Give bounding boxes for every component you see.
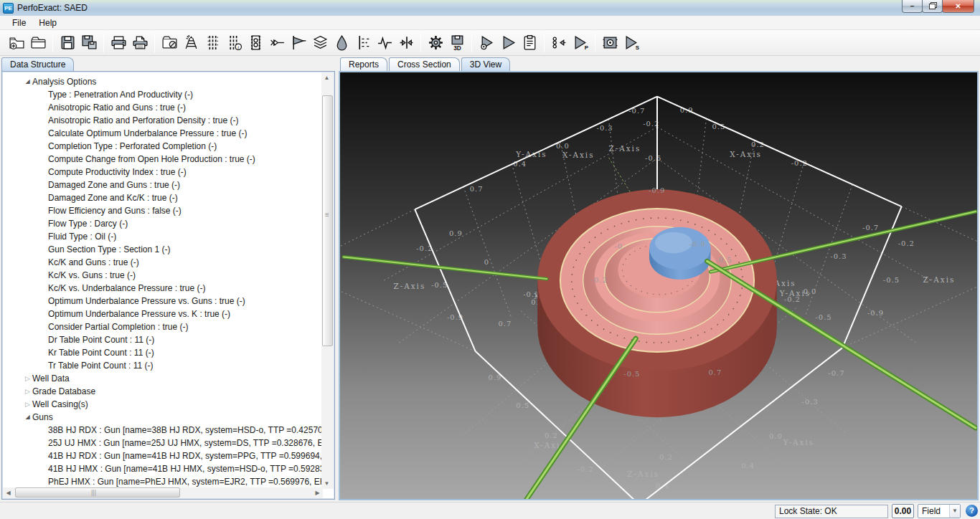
- well-derrick-icon: [183, 34, 199, 51]
- tree-item[interactable]: Kr Table Point Count : 11 (-): [3, 346, 323, 359]
- new-project-button[interactable]: [6, 32, 27, 54]
- tree-item[interactable]: Flow Efficiency and Guns : false (-): [3, 204, 323, 217]
- tree-item[interactable]: Tr Table Point Count : 11 (-): [3, 359, 323, 372]
- scroll-left-icon[interactable]: ◀: [3, 487, 14, 498]
- tree-item[interactable]: Anisotropic Ratio and Guns : true (-): [3, 101, 323, 114]
- tree-item[interactable]: Fluid Type : Oil (-): [3, 230, 323, 243]
- tree-item[interactable]: Kc/K vs. Guns : true (-): [3, 269, 323, 282]
- field-unit-combobox[interactable]: Field ▼: [918, 504, 961, 518]
- tree-spacer: [39, 230, 48, 243]
- tree-item[interactable]: Dr Table Point Count : 11 (-): [3, 333, 323, 346]
- print-preview-button[interactable]: [129, 32, 151, 54]
- tree-expander-icon[interactable]: ▷: [23, 385, 32, 398]
- perforation-button[interactable]: [352, 32, 374, 54]
- save-3d-icon: 3D: [449, 34, 466, 51]
- run-analysis-button[interactable]: [476, 32, 497, 54]
- perf-flag-button[interactable]: [288, 32, 309, 54]
- menu-file[interactable]: File: [6, 16, 32, 29]
- vertical-scroll-thumb[interactable]: [322, 95, 333, 346]
- fluid-droplet-button[interactable]: [331, 32, 352, 54]
- pressure-wave-button[interactable]: [374, 32, 395, 54]
- tree-item[interactable]: Flow Type : Darcy (-): [3, 217, 323, 230]
- tree-item[interactable]: Damaged Zone and Guns : true (-): [3, 178, 323, 191]
- tree-item[interactable]: ▷Well Casing(s): [3, 398, 323, 411]
- gun-section-button[interactable]: [245, 32, 266, 54]
- settings-gear-button[interactable]: [425, 32, 446, 54]
- tab-cross-section[interactable]: Cross Section: [389, 57, 460, 71]
- tick-label: 0.0: [769, 432, 783, 440]
- tree-item[interactable]: ▷Grade Database: [3, 385, 323, 398]
- tree-item-label: Anisotropic Ratio and Guns : true (-): [48, 101, 186, 114]
- 3d-viewport[interactable]: -0.70.9-0.3-0.20.50.0-0.50.2-0.20.40.70.…: [339, 71, 979, 500]
- tick-label: -0.3: [830, 252, 847, 260]
- restore-button[interactable]: [922, 0, 943, 13]
- tree-item[interactable]: Optimum Underbalance Pressure vs. Guns :…: [3, 295, 323, 308]
- tab-reports[interactable]: Reports: [340, 57, 387, 71]
- run-penetration-button[interactable]: P: [570, 32, 591, 54]
- tree-item[interactable]: Gun Section Type : Section 1 (-): [3, 243, 323, 256]
- gun-import-button[interactable]: [548, 32, 570, 54]
- edit-data-button[interactable]: [159, 32, 180, 54]
- tree-expander-icon[interactable]: ◢: [23, 75, 32, 88]
- save-3d-button[interactable]: 3D: [446, 32, 468, 54]
- menu-help[interactable]: Help: [32, 16, 63, 29]
- tree-item[interactable]: Calculate Optimum Underbalance Pressure …: [3, 127, 323, 140]
- collide-arrows-button[interactable]: [395, 32, 417, 54]
- tree-item[interactable]: ◢Analysis Options: [3, 75, 323, 88]
- tree-item-label: 41B HJ HMX : Gun [name=41B HJ HMX, syste…: [48, 462, 323, 475]
- vertical-scrollbar[interactable]: ▲ ▼: [321, 72, 334, 489]
- tree-item[interactable]: Completion Type : Perforated Completion …: [3, 140, 323, 153]
- tree-item[interactable]: Optimum Underbalance Pressure vs. K : tr…: [3, 308, 323, 320]
- run-button[interactable]: [497, 32, 519, 54]
- tree-item[interactable]: ▷Well Data: [3, 372, 323, 385]
- gun-settings-button[interactable]: [599, 32, 621, 54]
- tree-item[interactable]: PhEJ HMX : Gun [name=PhEJ HMX, system=EJ…: [3, 475, 323, 488]
- target-left-button[interactable]: [266, 32, 288, 54]
- tab-3d-view[interactable]: 3D View: [461, 57, 510, 71]
- gun-string-info-button[interactable]: i: [223, 32, 245, 54]
- help-button[interactable]: ?: [966, 505, 978, 517]
- scroll-up-icon[interactable]: ▲: [321, 72, 332, 83]
- tree-item[interactable]: ◢Guns: [3, 411, 323, 424]
- save-icon: [60, 34, 76, 51]
- tree-item[interactable]: Kc/K vs. Underbalance Pressure : true (-…: [3, 282, 323, 295]
- open-project-button[interactable]: [27, 32, 49, 54]
- layers-button[interactable]: [309, 32, 331, 54]
- well-derrick-button[interactable]: [180, 32, 202, 54]
- tree-item[interactable]: Compute Change from Open Hole Production…: [3, 153, 323, 166]
- save-button[interactable]: [57, 32, 78, 54]
- svg-text:S: S: [635, 44, 639, 51]
- tree-item[interactable]: Compute Productivity Index : true (-): [3, 166, 323, 178]
- scroll-down-icon[interactable]: ▼: [321, 478, 332, 489]
- tree-item[interactable]: Anisotropic Ratio and Perforation Densit…: [3, 114, 323, 127]
- tree-spacer: [39, 204, 48, 217]
- chevron-down-icon[interactable]: ▼: [949, 505, 960, 518]
- tree-expander-icon[interactable]: ▷: [23, 372, 32, 385]
- tick-label: 0.7: [709, 368, 722, 376]
- report-clipboard-button[interactable]: [519, 32, 540, 54]
- tree-spacer: [39, 140, 48, 153]
- tree-spacer: [39, 346, 48, 359]
- tab-data-structure[interactable]: Data Structure: [1, 57, 74, 71]
- tree-item[interactable]: Type : Penetration And Productivity (-): [3, 88, 323, 101]
- minimize-button[interactable]: –: [902, 0, 923, 13]
- scroll-right-icon[interactable]: ▶: [312, 487, 323, 498]
- print-button[interactable]: [108, 32, 129, 54]
- horizontal-scroll-thumb[interactable]: [15, 487, 180, 497]
- save-as-button[interactable]: [78, 32, 100, 54]
- tree-item[interactable]: Damaged Zone and Kc/K : true (-): [3, 191, 323, 204]
- tree-item[interactable]: 38B HJ RDX : Gun [name=38B HJ RDX, syste…: [3, 424, 323, 437]
- tree-spacer: [39, 153, 48, 166]
- tree-expander-icon[interactable]: ▷: [23, 398, 32, 411]
- gun-string-button[interactable]: [202, 32, 223, 54]
- horizontal-scrollbar[interactable]: ◀ ▶: [3, 487, 323, 498]
- tree-spacer: [39, 114, 48, 127]
- close-button[interactable]: ✕: [942, 0, 974, 13]
- tree-item[interactable]: 41B HJ HMX : Gun [name=41B HJ HMX, syste…: [3, 462, 323, 475]
- tree-item[interactable]: 41B HJ RDX : Gun [name=41B HJ RDX, syste…: [3, 449, 323, 462]
- tree-expander-icon[interactable]: ◢: [23, 411, 32, 424]
- tree-item[interactable]: Consider Partial Completion : true (-): [3, 320, 323, 333]
- run-simulation-button[interactable]: S: [621, 32, 642, 54]
- tree-item[interactable]: 25J UJ HMX : Gun [name=25J UJ HMX, syste…: [3, 437, 323, 449]
- tree-item[interactable]: Kc/K and Guns : true (-): [3, 256, 323, 269]
